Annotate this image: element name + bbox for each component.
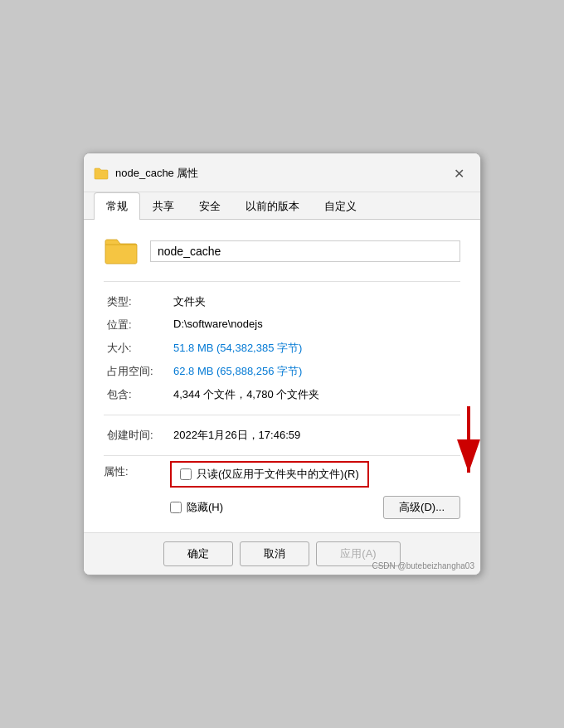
apply-button[interactable]: 应用(A) — [316, 541, 400, 566]
prop-value-contains: 4,344 个文件，4,780 个文件夹 — [170, 383, 460, 406]
divider-1 — [104, 281, 460, 282]
ok-button[interactable]: 确定 — [163, 541, 233, 566]
prop-label-location: 位置: — [104, 313, 170, 337]
folder-name-input[interactable] — [150, 240, 460, 262]
title-bar: node_cache 属性 ✕ — [84, 153, 480, 192]
folder-title-icon — [94, 167, 109, 180]
attr-controls: 只读(仅应用于文件夹中的文件)(R) 隐藏(H) 高级(D)... — [170, 461, 460, 519]
attr-label: 属性: — [104, 461, 170, 479]
attributes-row: 属性: 只读(仅应用于文件夹中的文件)(R) 隐藏(H) 高级(D)... — [104, 455, 460, 519]
prop-label-disksize: 占用空间: — [104, 360, 170, 383]
hidden-label[interactable]: 隐藏(H) — [187, 500, 223, 515]
prop-value-type: 文件夹 — [170, 290, 460, 313]
prop-row-location: 位置: D:\software\nodejs — [104, 313, 460, 337]
prop-label-contains: 包含: — [104, 383, 170, 406]
prop-row-size: 大小: 51.8 MB (54,382,385 字节) — [104, 337, 460, 360]
hidden-checkbox[interactable] — [170, 502, 182, 513]
content-area: 类型: 文件夹 位置: D:\software\nodejs 大小: 51.8 … — [84, 220, 480, 532]
hidden-checkbox-group: 隐藏(H) — [170, 500, 223, 515]
prop-row-contains: 包含: 4,344 个文件，4,780 个文件夹 — [104, 383, 460, 406]
prop-label-created: 创建时间: — [104, 424, 170, 447]
window-title: node_cache 属性 — [115, 166, 198, 181]
prop-row-disksize: 占用空间: 62.8 MB (65,888,256 字节) — [104, 360, 460, 383]
folder-name-row — [104, 236, 460, 266]
folder-icon — [104, 236, 139, 266]
prop-row-created: 创建时间: 2022年1月26日，17:46:59 — [104, 424, 460, 447]
properties-window: node_cache 属性 ✕ 常规 共享 安全 以前的版本 自定义 — [83, 153, 481, 575]
advanced-button[interactable]: 高级(D)... — [383, 496, 460, 519]
prop-label-size: 大小: — [104, 337, 170, 360]
tab-general[interactable]: 常规 — [94, 192, 140, 220]
readonly-label[interactable]: 只读(仅应用于文件夹中的文件)(R) — [197, 467, 359, 482]
tab-custom[interactable]: 自定义 — [312, 192, 369, 220]
prop-value-location: D:\software\nodejs — [170, 313, 460, 337]
prop-value-disksize: 62.8 MB (65,888,256 字节) — [170, 360, 460, 383]
cancel-button[interactable]: 取消 — [240, 541, 309, 566]
prop-value-size: 51.8 MB (54,382,385 字节) — [170, 337, 460, 360]
prop-value-created: 2022年1月26日，17:46:59 — [170, 424, 460, 447]
tab-security[interactable]: 安全 — [187, 192, 233, 220]
tabs-bar: 常规 共享 安全 以前的版本 自定义 — [84, 192, 480, 220]
bottom-bar: 确定 取消 应用(A) — [84, 532, 480, 575]
title-bar-left: node_cache 属性 — [94, 166, 198, 181]
divider-2 — [104, 415, 460, 415]
readonly-checkbox-group: 只读(仅应用于文件夹中的文件)(R) — [170, 461, 369, 488]
hidden-row: 隐藏(H) 高级(D)... — [170, 496, 460, 519]
red-arrow — [435, 398, 481, 489]
prop-row-type: 类型: 文件夹 — [104, 290, 460, 313]
tab-share[interactable]: 共享 — [140, 192, 187, 220]
prop-label-type: 类型: — [104, 290, 170, 313]
close-button[interactable]: ✕ — [447, 162, 470, 185]
readonly-checkbox[interactable] — [180, 468, 192, 480]
created-table: 创建时间: 2022年1月26日，17:46:59 — [104, 424, 460, 447]
tab-previous-versions[interactable]: 以前的版本 — [233, 192, 312, 220]
properties-table: 类型: 文件夹 位置: D:\software\nodejs 大小: 51.8 … — [104, 290, 460, 406]
